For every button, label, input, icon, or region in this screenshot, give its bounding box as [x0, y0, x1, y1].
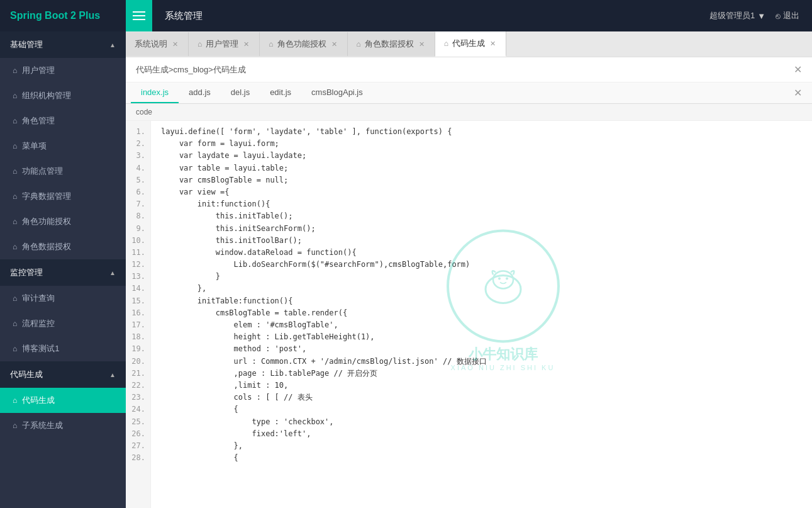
sidebar-item-label: 审计查询: [22, 293, 55, 304]
home-icon: ⌂: [13, 396, 17, 405]
line-number: 11.: [131, 247, 145, 259]
sidebar-item-label: 角色数据授权: [22, 241, 71, 252]
sidebar-item-label: 用户管理: [22, 65, 55, 76]
sidebar-item-label: 角色管理: [22, 115, 55, 127]
line-number: 26.: [131, 428, 145, 440]
line-number: 16.: [131, 307, 145, 319]
home-icon: ⌂: [13, 116, 17, 125]
sidebar-item-user-mgmt[interactable]: ⌂ 用户管理: [0, 58, 126, 83]
chevron-up-icon: ▲: [109, 42, 116, 48]
sidebar-item-blog-test[interactable]: ⌂ 博客测试1: [0, 336, 126, 361]
line-number: 13.: [131, 271, 145, 283]
tab-close-icon[interactable]: ✕: [242, 40, 250, 48]
sidebar-section-codegen-items: ⌂ 代码生成 ⌂ 子系统生成: [0, 388, 126, 438]
tab-close-icon[interactable]: ✕: [489, 40, 497, 48]
sidebar-item-org-mgmt[interactable]: ⌂ 组织机构管理: [0, 83, 126, 108]
sidebar-item-label: 功能点管理: [22, 166, 63, 177]
code-line: }: [161, 271, 802, 283]
home-icon: ⌂: [197, 40, 202, 48]
tab-close-icon[interactable]: ✕: [418, 40, 426, 48]
code-line: var view ={: [161, 186, 802, 198]
file-tab-label: index.js: [141, 87, 169, 97]
sidebar-item-menu[interactable]: ⌂ 菜单项: [0, 133, 126, 159]
breadcrumb: 代码生成>cms_blog>代码生成: [136, 64, 246, 76]
file-tabs-close-button[interactable]: ✕: [789, 84, 807, 101]
main-content: 系统说明 ✕ ⌂ 用户管理 ✕ ⌂ 角色功能授权 ✕ ⌂ 角色数据授权 ✕ ⌂ …: [126, 31, 812, 508]
line-number: 4.: [131, 162, 145, 174]
chevron-up-icon: ▲: [109, 269, 116, 276]
sidebar-section-basic-label: 基础管理: [10, 39, 43, 50]
code-content: 1. 2. 3. 4. 5. 6. 7. 8. 9.10.11.12.13.14…: [126, 121, 812, 508]
sidebar-section-monitor[interactable]: 监控管理 ▲: [0, 259, 126, 286]
home-icon: ⌂: [13, 142, 17, 150]
line-number: 5.: [131, 174, 145, 186]
file-tab-index-js[interactable]: index.js: [131, 82, 179, 103]
tab-role-func-auth[interactable]: ⌂ 角色功能授权 ✕: [260, 32, 347, 56]
line-number: 20.: [131, 356, 145, 368]
line-number: 12.: [131, 259, 145, 271]
code-line: cmsBlogTable = table.render({: [161, 307, 802, 319]
code-line: method : 'post',: [161, 343, 802, 355]
file-tab-label: edit.js: [270, 87, 291, 97]
header: Spring Boot 2 Plus 系统管理 超级管理员1 ▼ ⎋ 退出: [0, 0, 812, 31]
logout-button[interactable]: ⎋ 退出: [776, 10, 799, 21]
tab-label: 系统说明: [135, 38, 167, 50]
code-line: init:function(){: [161, 198, 802, 210]
code-area[interactable]: 小牛知识库 XIAO NIU ZHI SHI KU 1. 2. 3. 4. 5.…: [126, 121, 812, 508]
tab-system-intro[interactable]: 系统说明 ✕: [126, 32, 189, 56]
file-tab-add-js[interactable]: add.js: [179, 82, 221, 103]
sidebar: 基础管理 ▲ ⌂ 用户管理 ⌂ 组织机构管理 ⌂ 角色管理 ⌂ 菜单项 ⌂ 功能…: [0, 31, 126, 508]
code-line: window.dataReload = function(){: [161, 247, 802, 259]
file-tab-cmsblogapi-js[interactable]: cmsBlogApi.js: [301, 82, 373, 103]
sidebar-section-monitor-label: 监控管理: [10, 267, 43, 278]
sidebar-item-dict-mgmt[interactable]: ⌂ 字典数据管理: [0, 184, 126, 209]
file-tab-label: add.js: [189, 87, 211, 97]
sidebar-section-monitor-items: ⌂ 审计查询 ⌂ 流程监控 ⌂ 博客测试1: [0, 286, 126, 361]
line-number: 10.: [131, 235, 145, 247]
chevron-up-icon: ▲: [109, 371, 116, 378]
sidebar-item-label: 子系统生成: [22, 420, 63, 431]
code-lines: layui.define([ 'form', 'laydate', 'table…: [151, 121, 812, 508]
code-line: {: [161, 404, 802, 415]
line-number: 19.: [131, 343, 145, 355]
tab-close-icon[interactable]: ✕: [330, 40, 338, 48]
file-tab-del-js[interactable]: del.js: [221, 82, 260, 103]
file-tab-edit-js[interactable]: edit.js: [260, 82, 301, 103]
sidebar-section-codegen[interactable]: 代码生成 ▲: [0, 361, 126, 388]
code-line: height : Lib.getTableHeight(1),: [161, 331, 802, 343]
sidebar-item-function-mgmt[interactable]: ⌂ 功能点管理: [0, 159, 126, 184]
tab-codegen[interactable]: ⌂ 代码生成 ✕: [435, 31, 506, 57]
breadcrumb-bar: 代码生成>cms_blog>代码生成 ✕: [126, 57, 812, 82]
sidebar-item-role-mgmt[interactable]: ⌂ 角色管理: [0, 108, 126, 133]
line-number: 15.: [131, 295, 145, 307]
sidebar-item-role-data-auth[interactable]: ⌂ 角色数据授权: [0, 234, 126, 259]
sidebar-section-basic[interactable]: 基础管理 ▲: [0, 31, 126, 58]
code-line: this.initSearchForm();: [161, 223, 802, 235]
tab-role-data-auth[interactable]: ⌂ 角色数据授权 ✕: [348, 32, 435, 56]
user-menu[interactable]: 超级管理员1 ▼: [709, 10, 765, 21]
sidebar-item-label: 组织机构管理: [22, 90, 71, 101]
line-number: 8.: [131, 210, 145, 222]
tab-label: 角色功能授权: [277, 38, 326, 50]
home-icon: ⌂: [13, 242, 17, 251]
line-number: 3.: [131, 150, 145, 162]
breadcrumb-close-button[interactable]: ✕: [794, 64, 802, 76]
home-icon: ⌂: [357, 40, 361, 48]
code-line: fixed:'left',: [161, 428, 802, 440]
line-number: 17.: [131, 319, 145, 331]
line-number: 2.: [131, 138, 145, 150]
sidebar-item-codegen[interactable]: ⌂ 代码生成: [0, 388, 126, 413]
tab-user-mgmt[interactable]: ⌂ 用户管理 ✕: [189, 32, 260, 56]
menu-toggle-button[interactable]: [126, 0, 152, 31]
tab-close-icon[interactable]: ✕: [171, 40, 179, 48]
line-number: 6.: [131, 186, 145, 198]
home-icon: ⌂: [13, 421, 17, 430]
code-line: elem : '#cmsBlogTable',: [161, 319, 802, 331]
code-line: var laydate = layui.laydate;: [161, 150, 802, 162]
sidebar-item-subsystem-gen[interactable]: ⌂ 子系统生成: [0, 413, 126, 438]
sidebar-item-process-monitor[interactable]: ⌂ 流程监控: [0, 311, 126, 336]
tab-label: 用户管理: [206, 38, 238, 50]
header-right: 超级管理员1 ▼ ⎋ 退出: [709, 10, 812, 21]
sidebar-item-audit[interactable]: ⌂ 审计查询: [0, 286, 126, 311]
sidebar-item-role-func-auth[interactable]: ⌂ 角色功能授权: [0, 209, 126, 234]
